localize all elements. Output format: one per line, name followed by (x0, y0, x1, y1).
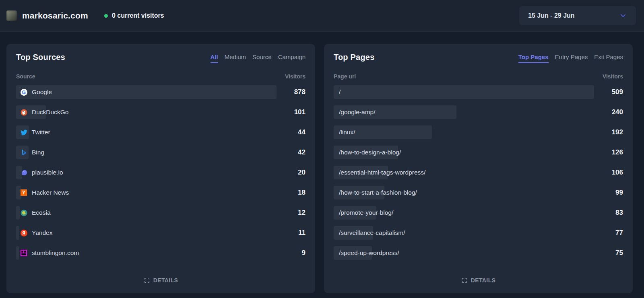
duckduckgo-icon (20, 109, 27, 116)
top-sources-tabs: AllMediumSourceCampaign (211, 53, 305, 63)
row-value: 12 (282, 209, 305, 217)
tab-entry-pages[interactable]: Entry Pages (555, 53, 588, 63)
row-label: DuckDuckGo (32, 109, 68, 116)
ecosia-icon (20, 209, 27, 216)
row-value: 101 (282, 108, 305, 116)
expand-icon (461, 277, 468, 284)
table-row[interactable]: stumblingon.com9 (16, 246, 305, 260)
tab-top-pages[interactable]: Top Pages (518, 53, 549, 63)
table-row[interactable]: /509 (334, 85, 623, 99)
sources-list: GGoogle878DuckDuckGo101Twitter44Bing42pl… (16, 85, 305, 260)
table-row[interactable]: /essential-html-tags-wordpress/106 (334, 166, 623, 179)
row-label: Hacker News (32, 189, 69, 196)
row-label: /how-to-design-a-blog/ (339, 149, 401, 156)
row-value: 509 (600, 88, 623, 96)
top-pages-tabs: Top PagesEntry PagesExit Pages (518, 53, 623, 63)
expand-icon (144, 277, 150, 284)
row-label: Ecosia (32, 209, 51, 216)
row-label: Bing (32, 149, 44, 156)
row-label: plausible.io (32, 169, 63, 176)
row-value: 75 (600, 249, 623, 257)
row-value: 878 (282, 88, 305, 96)
top-pages-panel: Top Pages Top PagesEntry PagesExit Pages… (324, 44, 633, 293)
row-label: /google-amp/ (339, 109, 375, 116)
row-value: 83 (600, 209, 623, 217)
table-row[interactable]: /promote-your-blog/83 (334, 206, 623, 220)
current-visitors[interactable]: 0 current visitors (104, 12, 164, 19)
row-bar-area: /essential-html-tags-wordpress/ (334, 166, 594, 179)
row-value: 77 (600, 229, 623, 237)
table-row[interactable]: plausible.io20 (16, 166, 305, 179)
table-row[interactable]: Bing42 (16, 146, 305, 159)
row-value: 20 (282, 169, 305, 177)
tab-all[interactable]: All (211, 53, 218, 63)
column-header-page-url: Page url (334, 73, 356, 80)
table-row[interactable]: /speed-up-wordpress/75 (334, 246, 623, 260)
plausible-icon (20, 169, 27, 176)
top-pages-title: Top Pages (334, 53, 374, 62)
hackernews-icon: Y (20, 189, 27, 196)
row-bar-area: /promote-your-blog/ (334, 206, 594, 220)
date-range-picker[interactable]: 15 Jun - 29 Jun (519, 6, 636, 25)
tab-campaign[interactable]: Campaign (278, 53, 305, 63)
row-label: /speed-up-wordpress/ (339, 249, 399, 257)
row-label: Yandex (32, 229, 52, 236)
details-label: DETAILS (471, 277, 496, 284)
table-row[interactable]: /google-amp/240 (334, 105, 623, 119)
table-row[interactable]: /linux/192 (334, 125, 623, 139)
row-bar-area: Ecosia (16, 206, 277, 220)
row-label: /essential-html-tags-wordpress/ (339, 169, 425, 176)
table-row[interactable]: /surveillance-capitalism/77 (334, 226, 623, 240)
table-row[interactable]: /how-to-design-a-blog/126 (334, 146, 623, 159)
row-bar-area: YHacker News (16, 186, 277, 199)
row-value: 192 (600, 128, 623, 136)
row-label: Google (32, 88, 52, 96)
row-value: 42 (282, 148, 305, 156)
row-bar-area: /linux/ (334, 125, 594, 139)
row-bar-area: ЯYandex (16, 226, 277, 240)
top-sources-title: Top Sources (16, 53, 65, 62)
row-label: /promote-your-blog/ (339, 209, 393, 216)
column-header-visitors: Visitors (603, 73, 623, 80)
tab-exit-pages[interactable]: Exit Pages (594, 53, 623, 63)
table-row[interactable]: ЯYandex11 (16, 226, 305, 240)
top-sources-panel: Top Sources AllMediumSourceCampaign Sour… (6, 44, 315, 293)
row-bar-area: plausible.io (16, 166, 277, 179)
row-label: /how-to-start-a-fashion-blog/ (339, 189, 417, 196)
row-value: 240 (600, 108, 623, 116)
top-bar: markosaric.com 0 current visitors 15 Jun… (0, 0, 644, 32)
column-header-visitors: Visitors (285, 73, 305, 80)
google-icon: G (20, 88, 27, 96)
sources-details-button[interactable]: DETAILS (16, 273, 305, 284)
table-row[interactable]: DuckDuckGo101 (16, 105, 305, 119)
site-header[interactable]: markosaric.com (6, 10, 88, 21)
row-bar-area: DuckDuckGo (16, 105, 277, 119)
dashboard-panels: Top Sources AllMediumSourceCampaign Sour… (0, 32, 644, 293)
row-value: 9 (282, 249, 305, 257)
row-value: 18 (282, 189, 305, 197)
row-label: /linux/ (339, 129, 355, 136)
row-value: 11 (282, 229, 305, 237)
table-row[interactable]: /how-to-start-a-fashion-blog/99 (334, 186, 623, 199)
row-bar-area: /surveillance-capitalism/ (334, 226, 594, 240)
row-bar-area: /speed-up-wordpress/ (334, 246, 594, 260)
current-visitors-label: 0 current visitors (112, 12, 164, 19)
row-value: 106 (600, 169, 623, 177)
tab-source[interactable]: Source (252, 53, 272, 63)
table-row[interactable]: GGoogle878 (16, 85, 305, 99)
tab-medium[interactable]: Medium (225, 53, 246, 63)
row-bar-area: / (334, 85, 594, 99)
pages-details-button[interactable]: DETAILS (334, 273, 623, 284)
live-status-dot (104, 14, 108, 18)
details-label: DETAILS (153, 277, 178, 284)
table-row[interactable]: Twitter44 (16, 125, 305, 139)
row-label: stumblingon.com (32, 249, 79, 257)
row-value: 126 (600, 148, 623, 156)
chevron-down-icon (619, 12, 627, 20)
row-value: 99 (600, 189, 623, 197)
row-bar-area: /how-to-design-a-blog/ (334, 146, 594, 159)
row-bar-area: stumblingon.com (16, 246, 277, 260)
table-row[interactable]: YHacker News18 (16, 186, 305, 199)
row-bar-area: Twitter (16, 125, 277, 139)
table-row[interactable]: Ecosia12 (16, 206, 305, 220)
